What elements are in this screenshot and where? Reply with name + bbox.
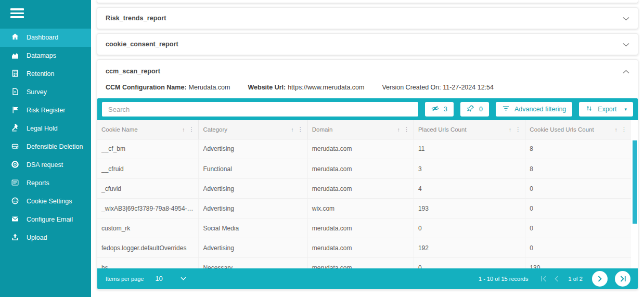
sort-asc-icon[interactable]: ↑: [291, 126, 294, 133]
panel-cookie-consent-header[interactable]: cookie_consent_report: [97, 34, 638, 55]
sidebar-item-label: Legal Hold: [27, 125, 58, 132]
hamburger-menu-icon[interactable]: [0, 0, 91, 24]
column-header-domain[interactable]: Domain↑⋮: [307, 120, 414, 139]
document-icon: [11, 87, 19, 97]
chevron-down-icon[interactable]: [181, 277, 186, 280]
table-row: __cfruidFunctionalmerudata.com38: [97, 159, 631, 179]
sidebar-item-upload[interactable]: Upload: [0, 229, 91, 247]
cell-cookie-name: _wixAB3|69cf3789-79a8-4954-9efb-44e5...: [97, 199, 199, 218]
column-menu-icon[interactable]: ⋮: [298, 126, 303, 133]
panel-risk-trends-report: Risk_trends_report: [97, 7, 638, 29]
sidebar-nav: Dashboard Datamaps Retention Survey Risk…: [0, 29, 91, 247]
cell-placed-count: 0: [414, 258, 525, 268]
column-header-placed-urls[interactable]: Placed Urls Count↑⋮: [414, 120, 525, 139]
cell-used-count: 0: [525, 238, 631, 258]
ccm-version-created: Version Created On: 11-27-2024 12:54: [382, 84, 494, 91]
items-per-page-label: Items per page: [106, 276, 144, 282]
sidebar-item-cookie-settings[interactable]: Cookie Settings: [0, 192, 91, 211]
column-header-cookie-used-urls[interactable]: Cookie Used Urls Count↑⋮: [525, 120, 631, 139]
chevron-up-icon: [623, 67, 629, 76]
sort-asc-icon[interactable]: ↑: [397, 126, 400, 133]
table-header-row: Cookie Name↑⋮ Category↑⋮ Domain↑⋮ Placed…: [97, 120, 631, 139]
cell-category: Advertising: [199, 238, 307, 258]
envelope-icon: [11, 215, 19, 225]
panel-ccm-scan-report: ccm_scan_report CCM Configuration Name:M…: [97, 59, 638, 290]
gavel-icon: [11, 124, 19, 134]
cell-domain: merudata.com: [307, 218, 414, 238]
first-page-button[interactable]: [540, 276, 547, 282]
pin-slash-icon: [467, 105, 474, 114]
sidebar-item-label: Retention: [27, 70, 55, 78]
cell-used-count: 8: [525, 159, 631, 179]
column-menu-icon[interactable]: ⋮: [188, 126, 194, 133]
main-content: Risk_trends_report cookie_consent_report…: [91, 0, 644, 297]
hidden-columns-count: 3: [444, 106, 447, 113]
cell-placed-count: 192: [414, 238, 525, 258]
grid-toolbar: 3 0 Advanced filtering Export ▾: [97, 98, 638, 120]
sidebar-item-retention[interactable]: Retention: [0, 65, 91, 83]
column-header-cookie-name[interactable]: Cookie Name↑⋮: [97, 120, 199, 139]
caret-down-icon: ▾: [624, 107, 627, 112]
cell-category: Advertising: [199, 139, 307, 159]
cell-category: Advertising: [199, 179, 307, 199]
data-grid: Cookie Name↑⋮ Category↑⋮ Domain↑⋮ Placed…: [97, 120, 638, 268]
column-header-category[interactable]: Category↑⋮: [199, 120, 307, 139]
cell-cookie-name: _cfuvid: [97, 179, 199, 199]
pagination-bar: Items per page 10 1 - 10 of 15 records 1…: [97, 268, 638, 289]
cell-cookie-name: hs: [97, 258, 199, 268]
column-menu-icon[interactable]: ⋮: [515, 126, 521, 133]
ccm-website-url: Website Url:https://www.merudata.com: [248, 84, 364, 91]
sidebar-item-label: Risk Register: [27, 107, 65, 114]
cell-category: Advertising: [199, 199, 307, 218]
sidebar-item-risk-register[interactable]: Risk Register: [0, 101, 91, 120]
table-row: hsNecessarymerudata.com0130: [97, 258, 631, 268]
column-menu-icon[interactable]: ⋮: [621, 126, 627, 133]
cell-category: Functional: [199, 159, 307, 179]
sidebar-item-label: Defensible Deletion: [27, 143, 83, 150]
eye-slash-icon: [431, 105, 439, 114]
sidebar-item-dashboard[interactable]: Dashboard: [0, 29, 91, 47]
cell-cookie-name: fedops.logger.defaultOverrides: [97, 238, 199, 258]
scrollbar-thumb[interactable]: [633, 140, 637, 224]
sort-asc-icon[interactable]: ↑: [615, 126, 618, 133]
sidebar: Dashboard Datamaps Retention Survey Risk…: [0, 0, 91, 297]
items-per-page-select[interactable]: 10: [155, 275, 162, 282]
column-menu-icon[interactable]: ⋮: [404, 126, 409, 133]
table-row: custom_rkSocial Mediamerudata.com00: [97, 218, 631, 238]
cell-cookie-name: __cfruid: [97, 159, 199, 179]
panel-risk-trends-header[interactable]: Risk_trends_report: [97, 8, 638, 29]
sidebar-item-dsa-request[interactable]: DSA request: [0, 156, 91, 174]
sidebar-item-label: Cookie Settings: [27, 198, 72, 205]
advanced-filtering-button[interactable]: Advanced filtering: [496, 102, 572, 117]
area-chart-icon: [11, 51, 19, 61]
sidebar-item-survey[interactable]: Survey: [0, 83, 91, 101]
sidebar-item-defensible-deletion[interactable]: Defensible Deletion: [0, 138, 91, 156]
cell-placed-count: 0: [414, 218, 525, 238]
unpin-button[interactable]: 0: [460, 102, 489, 117]
hidden-columns-button[interactable]: 3: [425, 102, 454, 117]
previous-page-button[interactable]: [555, 276, 559, 282]
panel-cookie-consent-report: cookie_consent_report: [97, 33, 638, 55]
sidebar-item-datamaps[interactable]: Datamaps: [0, 47, 91, 65]
sidebar-item-label: Configure Email: [27, 216, 73, 223]
sort-asc-icon[interactable]: ↑: [182, 126, 185, 133]
last-page-button[interactable]: [615, 271, 630, 287]
flag-icon: [11, 106, 19, 115]
export-button[interactable]: Export ▾: [579, 102, 633, 117]
table-body: __cf_bmAdvertisingmerudata.com118 __cfru…: [97, 139, 638, 268]
sidebar-item-configure-email[interactable]: Configure Email: [0, 211, 91, 229]
panel-ccm-scan-header[interactable]: ccm_scan_report: [97, 60, 638, 83]
sort-asc-icon[interactable]: ↑: [509, 126, 512, 133]
sidebar-item-reports[interactable]: Reports: [0, 174, 91, 192]
cookie-icon: [11, 197, 19, 206]
vertical-scrollbar: [633, 139, 637, 268]
next-page-button[interactable]: [592, 271, 608, 287]
ccm-config-info: CCM Configuration Name:Merudata.com Webs…: [97, 83, 638, 98]
report-icon: [11, 178, 19, 188]
cell-placed-count: 193: [414, 199, 525, 218]
app-root: Dashboard Datamaps Retention Survey Risk…: [0, 0, 644, 297]
sidebar-item-legal-hold[interactable]: Legal Hold: [0, 120, 91, 138]
search-input[interactable]: [102, 102, 418, 117]
table-row: _wixAB3|69cf3789-79a8-4954-9efb-44e5...A…: [97, 199, 631, 218]
table-row: _cfuvidAdvertisingmerudata.com40: [97, 179, 631, 199]
